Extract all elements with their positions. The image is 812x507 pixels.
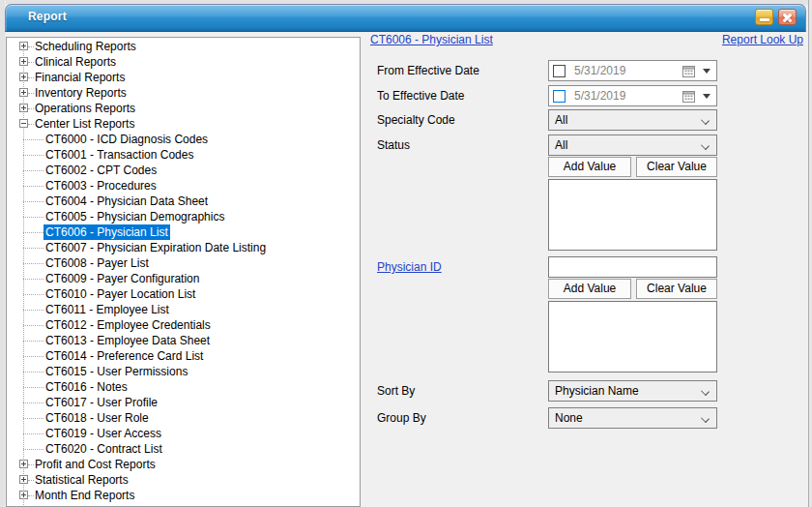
tree-item[interactable]: CT6016 - Notes xyxy=(44,379,130,395)
expand-icon[interactable] xyxy=(19,104,28,112)
tree-item[interactable]: Month End Reports xyxy=(33,488,136,503)
tree-item[interactable]: CT6005 - Physician Demographics xyxy=(44,209,226,224)
tree-row: CT6009 - Payer Configuration xyxy=(7,271,360,286)
tree-item[interactable]: CT6015 - User Permissions xyxy=(44,364,189,379)
group-by-label: Group By xyxy=(377,411,426,425)
close-button[interactable] xyxy=(778,9,797,25)
tree-row: Data Exports xyxy=(7,503,360,507)
tree-item[interactable]: CT6014 - Preference Card List xyxy=(44,348,205,364)
tree-item[interactable]: CT6001 - Transaction Codes xyxy=(44,147,195,163)
date-dropdown-arrow-icon[interactable] xyxy=(703,94,710,99)
calendar-icon[interactable] xyxy=(682,65,695,77)
tree-row: CT6015 - User Permissions xyxy=(7,364,360,379)
expand-icon[interactable] xyxy=(19,42,28,50)
from-effective-date-label: From Effective Date xyxy=(377,64,479,77)
tree-connector-stub xyxy=(23,201,44,202)
physician-clear-value-button[interactable]: Clear Value xyxy=(636,279,717,299)
tree-item[interactable]: CT6009 - Payer Configuration xyxy=(44,271,201,286)
tree-item[interactable]: CT6011 - Employee List xyxy=(44,302,171,317)
expand-icon[interactable] xyxy=(19,460,28,468)
specialty-code-select[interactable]: All xyxy=(548,109,717,131)
tree-item[interactable]: CT6017 - User Profile xyxy=(44,395,160,410)
specialty-code-label: Specialty Code xyxy=(377,113,455,127)
sort-by-select[interactable]: Physician Name xyxy=(548,380,717,402)
from-effective-date-field[interactable]: 5/31/2019 xyxy=(548,60,717,81)
tree-connector-stub xyxy=(23,356,44,357)
expand-icon[interactable] xyxy=(19,88,28,97)
report-title-link[interactable]: CT6006 - Physician List xyxy=(370,33,493,46)
tree-row: CT6014 - Preference Card List xyxy=(7,348,360,364)
tree-connector-stub xyxy=(23,387,44,388)
tree-item[interactable]: Data Exports xyxy=(33,503,103,507)
group-by-value: None xyxy=(555,411,583,425)
tree-row: Clinical Reports xyxy=(7,54,360,70)
tree-item[interactable]: Profit and Cost Reports xyxy=(33,457,158,472)
tree-row: CT6000 - ICD Diagnosis Codes xyxy=(7,132,360,147)
physician-id-button-row: Add Value Clear Value xyxy=(548,279,717,299)
tree-row: CT6011 - Employee List xyxy=(7,302,360,317)
tree-item[interactable]: Center List Reports xyxy=(33,116,136,132)
expand-icon[interactable] xyxy=(19,475,28,484)
tree-item[interactable]: CT6010 - Payer Location List xyxy=(44,286,197,302)
expand-icon[interactable] xyxy=(19,491,28,499)
status-label: Status xyxy=(377,138,410,152)
tree-item[interactable]: Clinical Reports xyxy=(33,54,118,70)
calendar-icon[interactable] xyxy=(682,90,695,103)
tree-item[interactable]: CT6012 - Employee Credentials xyxy=(44,317,213,333)
sort-by-label: Sort By xyxy=(377,384,415,398)
collapse-icon[interactable] xyxy=(19,119,28,128)
tree-item[interactable]: CT6004 - Physician Data Sheet xyxy=(44,194,210,209)
tree-item[interactable]: Scheduling Reports xyxy=(33,39,138,54)
status-select[interactable]: All xyxy=(548,134,717,156)
status-add-value-button[interactable]: Add Value xyxy=(548,157,631,177)
tree-item[interactable]: CT6013 - Employee Data Sheet xyxy=(44,333,212,348)
tree-connector-stub xyxy=(23,186,44,187)
chevron-down-icon xyxy=(701,141,710,150)
tree-item[interactable]: CT6020 - Contract List xyxy=(44,441,164,457)
chevron-down-icon xyxy=(701,116,710,125)
window-title: Report xyxy=(28,10,67,23)
title-bar: Report xyxy=(5,4,806,32)
report-lookup-link[interactable]: Report Look Up xyxy=(722,33,803,46)
physician-add-value-button[interactable]: Add Value xyxy=(548,279,631,299)
tree-item[interactable]: CT6008 - Payer List xyxy=(44,255,151,271)
tree-item[interactable]: Inventory Reports xyxy=(33,85,129,101)
tree-item[interactable]: Statistical Reports xyxy=(33,472,130,488)
tree-row: CT6012 - Employee Credentials xyxy=(7,317,360,333)
from-date-checkbox[interactable] xyxy=(553,65,566,77)
physician-id-value-list[interactable] xyxy=(548,301,717,373)
tree-item[interactable]: CT6000 - ICD Diagnosis Codes xyxy=(44,132,210,147)
report-tree-rows: Scheduling ReportsClinical ReportsFinanc… xyxy=(7,39,360,506)
minimize-button[interactable] xyxy=(755,9,773,25)
specialty-code-value: All xyxy=(555,113,567,127)
group-by-select[interactable]: None xyxy=(548,407,717,429)
tree-item[interactable]: CT6019 - User Access xyxy=(44,426,163,441)
expand-icon[interactable] xyxy=(19,73,28,81)
report-window: { "window": { "title": "Report" }, "colo… xyxy=(0,0,812,507)
tree-item[interactable]: CT6003 - Procedures xyxy=(44,178,159,194)
tree-item[interactable]: Financial Reports xyxy=(33,70,127,85)
to-date-checkbox[interactable] xyxy=(553,90,566,103)
tree-connector-stub xyxy=(23,433,44,434)
tree-item[interactable]: CT6006 - Physician List xyxy=(44,224,170,240)
expand-icon[interactable] xyxy=(19,57,28,66)
physician-id-input[interactable] xyxy=(548,256,717,278)
status-clear-value-button[interactable]: Clear Value xyxy=(636,157,717,177)
tree-row: CT6013 - Employee Data Sheet xyxy=(7,333,360,348)
to-effective-date-label: To Effective Date xyxy=(377,89,465,103)
tree-item[interactable]: CT6018 - User Role xyxy=(44,410,151,426)
date-dropdown-arrow-icon[interactable] xyxy=(703,69,710,74)
tree-item[interactable]: CT6002 - CPT Codes xyxy=(44,163,159,178)
physician-id-link[interactable]: Physician ID xyxy=(377,260,442,274)
tree-row: CT6004 - Physician Data Sheet xyxy=(7,194,360,209)
tree-connector-stub xyxy=(23,155,44,156)
tree-connector-stub xyxy=(23,449,44,450)
tree-connector-stub xyxy=(23,139,44,140)
tree-item[interactable]: Operations Reports xyxy=(33,101,137,116)
status-value-list[interactable] xyxy=(548,179,717,251)
tree-item[interactable]: CT6007 - Physician Expiration Date Listi… xyxy=(44,240,268,255)
to-effective-date-field[interactable]: 5/31/2019 xyxy=(548,85,717,106)
tree-row: Profit and Cost Reports xyxy=(7,457,360,472)
tree-row: CT6018 - User Role xyxy=(7,410,360,426)
tree-row: CT6003 - Procedures xyxy=(7,178,360,194)
